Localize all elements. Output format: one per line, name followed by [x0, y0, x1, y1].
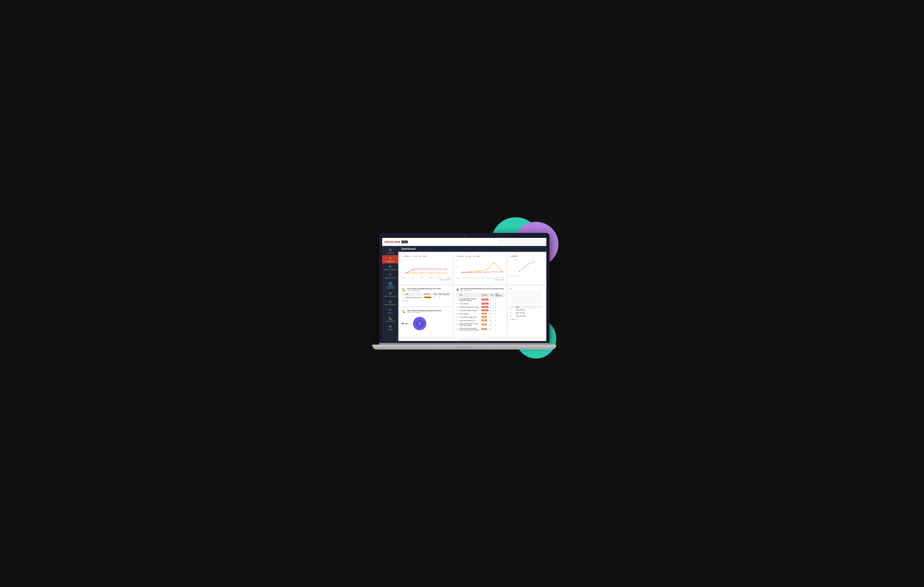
advanced-chart-link1[interactable]: Advanced Chart	[402, 279, 450, 280]
card-chart3: 📊 Top Th 200 0	[508, 254, 544, 284]
svg-point-30	[485, 269, 486, 270]
threats2-row-9: 9 Insecure Content Security Policy (CSP)…	[456, 327, 505, 331]
svg-point-12	[430, 273, 431, 274]
svg-point-31	[493, 262, 494, 263]
svg-point-15	[406, 273, 407, 274]
legend-dot-critical1	[419, 256, 421, 257]
svg-text:200: 200	[515, 259, 517, 261]
settings-icon: ⚙	[389, 325, 392, 328]
main-content: Dashboard Medium	[398, 246, 546, 341]
sidebar-item-summary[interactable]: ⊞ Summary	[382, 247, 398, 255]
donut-container: Open 2	[402, 315, 450, 333]
threats1-header: 🐛 Top Threats Identified During Last Sca…	[402, 288, 450, 291]
severity-badge: High	[482, 320, 487, 321]
card-chart2: Medium High Critical	[454, 254, 507, 284]
laptop-screen: INDUS FACE WAS ⊞ Summary	[382, 238, 546, 341]
sidebar-label-dashboard: Dashboard	[387, 261, 394, 262]
sidebar: ⊞ Summary ≡ Dashboard 🖥 Malware Monitori…	[382, 246, 398, 341]
threats2-title: Top Threats Identified During Last Succe…	[460, 288, 505, 290]
svg-text:50: 50	[456, 266, 457, 267]
threats1-icon: 🐛	[402, 288, 406, 291]
advanced-chart-link2[interactable]: Advanced Chart	[456, 279, 505, 280]
chart1-x-labels: 02-Jun 08-Jun 09-Jun 15-Jun 23-Jun 29-Ju…	[402, 277, 450, 279]
card-right: 📊 Label	[508, 286, 544, 337]
donut-legend: Open	[402, 323, 408, 325]
chart1-legend: Medium High Critical	[402, 256, 450, 257]
right-chart-area	[510, 290, 543, 304]
api-icon: ⚙	[389, 292, 392, 295]
svg-point-19	[438, 269, 439, 269]
header-search[interactable]	[499, 239, 544, 244]
open-status-title: Open Status Identified During Last Scan	[407, 310, 450, 312]
svg-point-33	[461, 272, 462, 273]
right-table-row-3: 3 Open 180 Days	[510, 315, 543, 318]
open-status-icon: 🐛	[402, 310, 406, 313]
sidebar-item-vulnerability[interactable]: 🌐 Vulnerability Assessment	[382, 280, 398, 290]
open-status-header: 🐛 Open Status Identified During Last Sca…	[402, 310, 450, 313]
threats2-title-block: Top Threats Identified During Last Succe…	[460, 288, 505, 291]
severity-badge-medium: Medium	[424, 297, 432, 298]
sidebar-item-vulnerabilities[interactable]: 🐛 Vulnerabilities	[382, 315, 398, 323]
application-icon: 🛡	[389, 273, 392, 277]
sidebar-item-settings[interactable]: ⚙ Settings	[382, 323, 398, 331]
legend-dot-medium1	[402, 256, 404, 257]
threats2-header: ◑ Top Threats Identified During Last Suc…	[456, 288, 505, 291]
sidebar-item-application[interactable]: 🛡 Application Audit	[382, 272, 398, 280]
content-area: Medium High Critical	[398, 252, 546, 339]
svg-point-14	[446, 273, 447, 274]
severity-badge: Critical	[482, 298, 488, 300]
reports-icon: ✏	[389, 308, 391, 312]
svg-point-43	[519, 271, 520, 272]
threats2-row-3: 3 Possible Slowloris DOS Attack Critical…	[456, 305, 505, 309]
threats2-row-6: 6 Cross-Site Scripting (XSS) High 5 2	[456, 315, 505, 319]
threats1-row-1: 1 Suspicious Iframe Found Medium 2 2	[402, 296, 450, 299]
svg-point-35	[477, 272, 478, 273]
svg-point-34	[469, 272, 470, 273]
page-title-bar: Dashboard	[398, 246, 546, 252]
right-chart-label: 📊	[510, 288, 543, 289]
chart1-svg: 4 2 0	[402, 258, 450, 276]
logo-indus: INDUS	[384, 241, 393, 243]
svg-point-16	[414, 269, 414, 269]
sidebar-item-asset[interactable]: ⊡ Asset Monitoring	[382, 298, 398, 307]
sidebar-label-malware: Malware Monitoring	[384, 269, 397, 270]
svg-text:2: 2	[419, 322, 421, 325]
legend-critical2: Critical	[473, 256, 480, 257]
laptop-camera	[464, 235, 465, 237]
app-header: INDUS FACE WAS	[382, 238, 546, 246]
dashboard-icon: ≡	[389, 257, 391, 260]
footer: Copyright © 2021 Indusface. All rights r…	[398, 339, 546, 341]
svg-point-18	[430, 269, 431, 269]
legend-medium1: Medium	[402, 256, 410, 257]
sidebar-item-reports[interactable]: ✏ Reports	[382, 307, 398, 315]
svg-point-45	[534, 262, 535, 262]
svg-point-20	[446, 269, 447, 269]
sidebar-item-dashboard[interactable]: ≡ Dashboard	[382, 255, 398, 264]
laptop: INDUS FACE WAS ⊞ Summary	[379, 233, 549, 354]
sidebar-item-api[interactable]: ⚙ API Security Audit	[382, 290, 398, 298]
sidebar-item-malware[interactable]: 🖥 Malware Monitoring	[382, 264, 398, 272]
threats2-row-8: 8 Server Side Request Forgery Local File…	[456, 322, 505, 327]
donut-legend-label: Open	[404, 323, 408, 325]
page-title: Dashboard	[401, 247, 416, 251]
right-table-row-1: 1 Open 30 Days	[510, 308, 543, 312]
laptop-screen-outer: INDUS FACE WAS ⊞ Summary	[379, 233, 549, 343]
threats2-row-1: 1 Password Field Submitted Using GET Met…	[456, 297, 505, 302]
threats1-title-block: Top Threats Identified During Last Scan …	[407, 288, 450, 291]
laptop-base-logo: MacBook Pro	[457, 346, 472, 348]
legend-medium2: Medium	[456, 256, 464, 257]
severity-badge: Critical	[482, 303, 488, 305]
summary-icon: ⊞	[389, 248, 391, 252]
sidebar-label-api: API Security Audit	[384, 295, 396, 297]
prev-next[interactable]: Prev/Next	[402, 300, 450, 302]
svg-point-11	[421, 273, 422, 274]
severity-badge: High	[482, 328, 487, 330]
threats1-title: Top Threats Identified During Last Scan	[407, 288, 450, 290]
svg-point-36	[485, 272, 486, 273]
svg-text:2: 2	[403, 265, 403, 267]
threats2-row-7: 7 Local File Inclusion (LFI) High 2 1	[456, 319, 505, 322]
chart2-legend: Medium High Critical	[456, 256, 505, 257]
severity-badge: High	[482, 323, 487, 325]
svg-point-37	[493, 272, 494, 272]
right-bar-icon: 📊	[510, 288, 512, 289]
